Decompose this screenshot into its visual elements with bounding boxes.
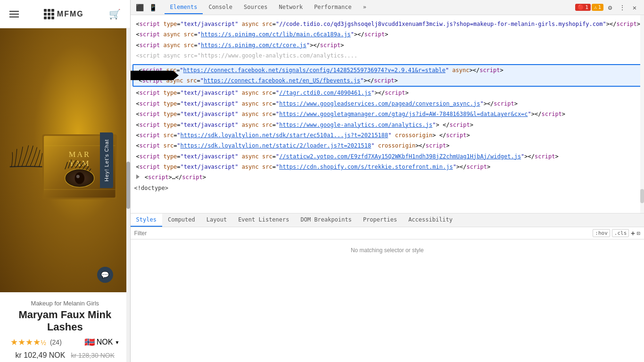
filter-hov-button[interactable]: :hov: [593, 229, 610, 237]
filter-close-button[interactable]: ⊡: [637, 230, 640, 237]
dom-line-ga[interactable]: <script type="text/javascript" async src…: [131, 120, 644, 130]
dom-line-gtm[interactable]: <script type="text/javascript" async src…: [131, 109, 644, 119]
annotation-arrow: [131, 71, 173, 80]
website-panel: MFMG 🛒: [0, 0, 130, 362]
dom-line-googlead[interactable]: <script type="text/javascript" async src…: [131, 99, 644, 109]
tab-properties[interactable]: Properties: [357, 214, 403, 227]
product-info: Makeup for Melanin Girls Maryam Faux Min…: [0, 292, 130, 362]
dom-line-pinimg2[interactable]: <script async src="https://s.pinimg.com/…: [131, 40, 644, 50]
star-rating: ★★★★½: [10, 337, 46, 347]
logo-grid-icon: [44, 9, 54, 19]
tab-console[interactable]: Console: [203, 1, 238, 14]
tab-computed[interactable]: Computed: [162, 214, 201, 227]
tab-more[interactable]: »: [357, 1, 372, 14]
dom-line-pinimg1[interactable]: <script async src="https://s.pinimg.com/…: [131, 29, 644, 40]
highlighted-dom-box[interactable]: <script src="https://connect.facebook.ne…: [132, 64, 642, 87]
site-logo: MFMG: [44, 9, 84, 19]
dom-line-shopify-trekkie[interactable]: <script type="text/javascript" async src…: [131, 162, 644, 172]
product-pricing: kr 102,49 NOK kr 128,30 NOK: [9, 351, 121, 360]
tab-performance[interactable]: Performance: [308, 1, 357, 14]
product-brand: Makeup for Melanin Girls: [9, 300, 121, 307]
no-matching-text: No matching selector or style: [131, 239, 644, 261]
styles-tabs: Styles Computed Layout Event Listeners D…: [131, 214, 644, 227]
svg-text:MAR: MAR: [69, 150, 91, 159]
styles-filter-bar: :hov .cls + ⊡: [131, 227, 644, 239]
svg-point-6: [76, 175, 80, 178]
dom-line-fb-signals[interactable]: <script src="https://connect.facebook.ne…: [133, 65, 641, 75]
product-rating: ★★★★½ (24) 🇳🇴 NOK ▼: [9, 337, 121, 347]
tab-styles[interactable]: Styles: [131, 214, 162, 227]
elements-scrollbar[interactable]: [640, 15, 644, 213]
highlighted-section: <script src="https://connect.facebook.ne…: [131, 63, 644, 88]
devtools-icons-left: ⬛ 📱: [134, 2, 159, 13]
svg-point-5: [74, 172, 84, 184]
dom-line-analytics-partial[interactable]: <script async src="https://www.google-an…: [131, 50, 644, 61]
currency-selector[interactable]: 🇳🇴 NOK ▼: [84, 337, 120, 347]
styles-panel: Styles Computed Layout Event Listeners D…: [131, 213, 644, 326]
dom-line-yotpo[interactable]: <script type="text/javascript" async src…: [131, 151, 644, 162]
error-icon: 🔴: [578, 4, 584, 10]
filter-input[interactable]: [134, 230, 591, 237]
elements-content[interactable]: <script type="text/javascript" async src…: [131, 15, 644, 213]
filter-add-button[interactable]: +: [631, 230, 635, 237]
website-scroll-thumb[interactable]: [126, 162, 130, 209]
dom-line-script-collapsed[interactable]: <script>…</script>: [131, 172, 644, 182]
dom-line-loyaltylion1[interactable]: <script src="https://sdk.loyaltylion.net…: [131, 130, 644, 140]
tab-event-listeners[interactable]: Event Listeners: [232, 214, 295, 227]
more-options-icon[interactable]: ⋮: [617, 2, 628, 13]
warn-badge: ⚠️ 1: [592, 4, 603, 11]
dom-line-tagr[interactable]: <script type="text/javascript" async src…: [131, 88, 644, 98]
dom-line-loyaltylion2[interactable]: <script src="https://sdk.loyaltylion.net…: [131, 140, 644, 151]
dom-line-doctype[interactable]: <!doctype>: [131, 183, 644, 194]
tab-dom-breakpoints[interactable]: DOM Breakpoints: [295, 214, 357, 227]
site-header: MFMG 🛒: [0, 0, 130, 28]
chat-bubble-icon[interactable]: 💬: [97, 267, 113, 283]
device-toolbar-icon[interactable]: 📱: [148, 2, 159, 13]
product-image-container: MAR YAM: [0, 28, 130, 292]
site-content: MAR YAM: [0, 28, 130, 362]
devtools-toolbar: ⬛ 📱 Elements Console Sources Network Per…: [131, 0, 644, 15]
dom-line-tidio[interactable]: <script type="text/javascript" async src…: [131, 19, 644, 29]
website-scrollbar[interactable]: [126, 28, 130, 362]
product-name: Maryam Faux Mink Lashes: [9, 309, 121, 333]
tab-accessibility[interactable]: Accessibility: [403, 214, 458, 227]
inspect-element-icon[interactable]: ⬛: [134, 2, 146, 13]
price-original: kr 128,30 NOK: [71, 352, 115, 359]
tab-elements[interactable]: Elements: [165, 1, 203, 14]
tab-network[interactable]: Network: [273, 1, 309, 14]
chat-button[interactable]: Hey! Let's Chat: [100, 132, 113, 188]
hamburger-menu[interactable]: [9, 11, 19, 17]
devtools-panel: ⬛ 📱 Elements Console Sources Network Per…: [130, 0, 644, 362]
review-count[interactable]: (24): [50, 338, 62, 346]
cart-icon[interactable]: 🛒: [109, 8, 121, 20]
logo-text: MFMG: [57, 10, 84, 18]
settings-icon[interactable]: ⚙️: [604, 2, 616, 13]
devtools-icons-right: 🔴 1 ⚠️ 1 ⚙️ ⋮ ✕: [575, 2, 640, 13]
close-devtools-icon[interactable]: ✕: [629, 2, 640, 13]
error-badge: 🔴 1: [575, 4, 591, 11]
filter-cls-button[interactable]: .cls: [612, 229, 629, 237]
dom-line-fb-events[interactable]: <script async src="https://connect.faceb…: [133, 75, 641, 86]
tab-sources[interactable]: Sources: [238, 1, 273, 14]
product-image-bg: MAR YAM: [0, 28, 130, 292]
error-count: 1: [585, 4, 588, 10]
elements-scroll-thumb[interactable]: [640, 189, 644, 203]
price-current: kr 102,49 NOK: [16, 351, 66, 360]
arrow-row: <script type="text/javascript" async src…: [131, 19, 644, 61]
collapse-arrow-icon[interactable]: [136, 174, 140, 179]
warn-icon: ⚠️: [594, 4, 597, 10]
devtools-tab-bar: Elements Console Sources Network Perform…: [165, 1, 574, 14]
tab-layout[interactable]: Layout: [201, 214, 232, 227]
warn-count: 1: [598, 4, 601, 10]
